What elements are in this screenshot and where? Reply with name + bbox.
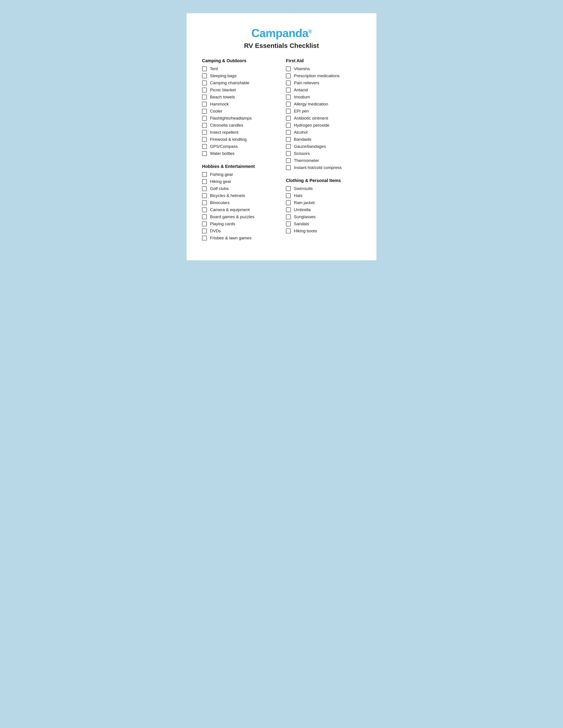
checkbox[interactable]	[202, 66, 207, 71]
checklist-item: Rain jacket	[286, 200, 361, 205]
item-label: Golf clubs	[210, 186, 228, 191]
checkbox[interactable]	[286, 221, 291, 226]
right-column: First AidVitaminsPrescription medication…	[286, 58, 361, 236]
checklist-item: Fishing gear	[202, 172, 277, 177]
checklist-item: Board games & puzzles	[202, 214, 277, 219]
checklist-item: Playing cards	[202, 221, 277, 226]
checkbox[interactable]	[286, 130, 291, 135]
checkbox[interactable]	[202, 179, 207, 184]
item-label: Cooler	[210, 109, 222, 114]
checkbox[interactable]	[286, 200, 291, 205]
checkbox[interactable]	[286, 165, 291, 170]
checklist-item: Gauze/bandages	[286, 144, 361, 149]
checkbox[interactable]	[286, 151, 291, 156]
checkbox[interactable]	[286, 144, 291, 149]
item-label: Swimsuits	[294, 186, 313, 191]
checkbox[interactable]	[202, 102, 207, 107]
item-label: Beach towels	[210, 95, 235, 99]
checklist-item: Swimsuits	[286, 186, 361, 191]
item-label: Hydrogen peroxide	[294, 123, 330, 128]
checklist-item: Insect repellent	[202, 130, 277, 135]
logo-area: Campanda®	[202, 26, 361, 40]
item-label: Tent	[210, 66, 218, 71]
item-label: GPS/Compass	[210, 144, 238, 149]
checkbox[interactable]	[286, 66, 291, 71]
checklist-item: Hydrogen peroxide	[286, 123, 361, 128]
checkbox[interactable]	[286, 123, 291, 128]
checklist-item: Prescription medications	[286, 73, 361, 78]
checkbox[interactable]	[202, 221, 207, 226]
item-label: Rain jacket	[294, 200, 315, 205]
checklist-item: Hiking boots	[286, 229, 361, 233]
checkbox[interactable]	[202, 186, 207, 191]
checkbox[interactable]	[202, 229, 207, 233]
checklist-item: Imodium	[286, 95, 361, 99]
item-label: Gauze/bandages	[294, 144, 326, 149]
item-label: Bicycles & helmets	[210, 193, 245, 198]
item-label: Alcohol	[294, 130, 308, 135]
checklist-item: Citronella candles	[202, 123, 277, 128]
checkbox[interactable]	[286, 207, 291, 212]
checkbox[interactable]	[202, 144, 207, 149]
checklist-item: Frisbee & lawn games	[202, 236, 277, 240]
checkbox[interactable]	[202, 214, 207, 219]
checkbox[interactable]	[286, 214, 291, 219]
item-label: Frisbee & lawn games	[210, 236, 251, 240]
checkbox[interactable]	[202, 88, 207, 92]
item-label: Pain relievers	[294, 81, 319, 85]
checkbox[interactable]	[202, 193, 207, 198]
page-title: RV Essentials Checklist	[202, 42, 361, 49]
checklist-item: Scissors	[286, 151, 361, 156]
item-label: EPI pen	[294, 109, 309, 114]
checkbox[interactable]	[202, 81, 207, 85]
logo-text: Campanda®	[251, 27, 312, 39]
checkbox[interactable]	[286, 73, 291, 78]
checklist-item: Camera & equipment	[202, 207, 277, 212]
checkbox[interactable]	[286, 229, 291, 233]
checkbox[interactable]	[286, 193, 291, 198]
checklist-item: Pain relievers	[286, 81, 361, 85]
section-title-0: Camping & Outdoors	[202, 58, 277, 63]
item-label: Vitamins	[294, 66, 310, 71]
checkbox[interactable]	[202, 109, 207, 114]
checkbox[interactable]	[202, 236, 207, 240]
checkbox[interactable]	[202, 123, 207, 128]
checkbox[interactable]	[286, 186, 291, 191]
checkbox[interactable]	[202, 95, 207, 99]
item-label: Hammock	[210, 102, 229, 107]
item-label: Hats	[294, 193, 303, 198]
checklist-item: Sleeping bags	[202, 73, 277, 78]
checkbox[interactable]	[202, 172, 207, 177]
checkbox[interactable]	[202, 200, 207, 205]
item-label: Antibiotic ointment	[294, 116, 328, 121]
checkbox[interactable]	[286, 158, 291, 163]
item-label: Thermometer	[294, 158, 319, 163]
checkbox[interactable]	[286, 102, 291, 107]
checkbox[interactable]	[286, 109, 291, 114]
checkbox[interactable]	[286, 81, 291, 85]
item-label: Hiking gear	[210, 179, 231, 184]
item-label: Scissors	[294, 151, 310, 156]
logo-name: Campanda	[251, 27, 308, 39]
checkbox[interactable]	[202, 207, 207, 212]
checkbox[interactable]	[286, 88, 291, 92]
checkbox[interactable]	[202, 151, 207, 156]
checkbox[interactable]	[202, 130, 207, 135]
checklist-item: Vitamins	[286, 66, 361, 71]
item-label: Instant hot/cold compress	[294, 165, 342, 170]
item-label: Camera & equipment	[210, 207, 250, 212]
checklist-item: Firewood & kindling	[202, 137, 277, 142]
checkbox[interactable]	[286, 116, 291, 121]
item-label: Citronella candles	[210, 123, 243, 128]
checklist-item: Umbrella	[286, 207, 361, 212]
checkbox[interactable]	[202, 116, 207, 121]
checkbox[interactable]	[286, 137, 291, 142]
checkbox[interactable]	[202, 73, 207, 78]
checklist-item: Allergy medication	[286, 102, 361, 107]
checkbox[interactable]	[202, 137, 207, 142]
section-title-1: Clothing & Personal Items	[286, 178, 361, 183]
checklist-item: Antacid	[286, 88, 361, 92]
checkbox[interactable]	[286, 95, 291, 99]
checklist-item: Flashlights/headlamps	[202, 116, 277, 121]
item-label: Sandals	[294, 221, 309, 226]
